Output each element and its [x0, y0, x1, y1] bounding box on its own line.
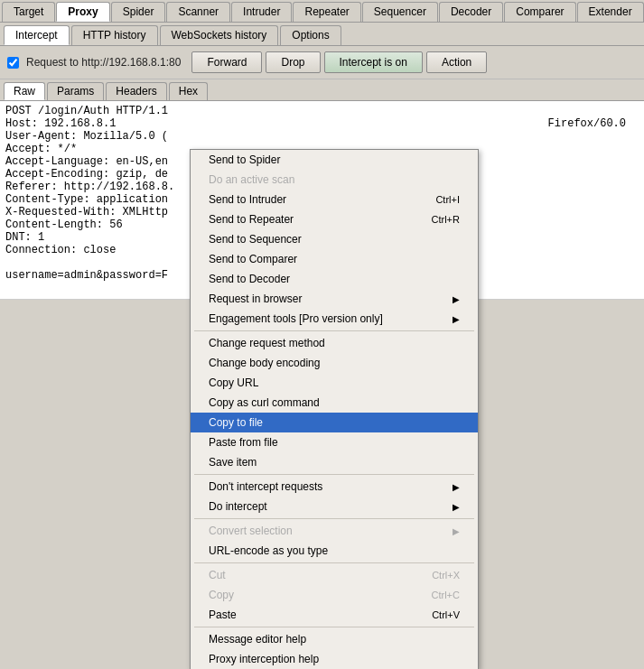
drop-button[interactable]: Drop [266, 51, 320, 73]
context-menu-shortcut: Ctrl+C [432, 590, 460, 600]
context-menu-label: Copy to file [209, 416, 263, 429]
context-menu-item-copy: CopyCtrl+C [191, 585, 478, 605]
tab-comparer[interactable]: Comparer [504, 2, 575, 22]
context-menu-label: Paste from file [209, 436, 278, 449]
submenu-arrow-icon: ▶ [453, 314, 460, 324]
context-menu-label: Change request method [209, 337, 325, 349]
context-menu-label: Request in browser [209, 293, 302, 305]
context-menu-item-copy-curl[interactable]: Copy as curl command [191, 393, 478, 413]
context-menu-label: Cut [209, 569, 226, 581]
context-menu-item-engagement-tools[interactable]: Engagement tools [Pro version only]▶ [191, 309, 478, 329]
context-menu-label: Do an active scan [209, 173, 294, 186]
context-menu-shortcut: Ctrl+R [432, 214, 460, 225]
context-menu-label: Don't intercept requests [209, 480, 322, 493]
context-menu-item-message-editor-help[interactable]: Message editor help [191, 629, 478, 649]
subtab-http-history[interactable]: HTTP history [71, 25, 158, 45]
context-menu-label: Copy as curl command [209, 396, 320, 409]
submenu-arrow-icon: ▶ [453, 482, 460, 492]
content-tab-params[interactable]: Params [47, 82, 104, 100]
tab-target[interactable]: Target [2, 2, 55, 22]
context-menu-label: Send to Intruder [209, 193, 286, 206]
context-menu-item-proxy-interception-help[interactable]: Proxy interception help [191, 649, 478, 669]
context-menu-shortcut: Ctrl+V [432, 609, 460, 620]
context-menu-item-cut: CutCtrl+X [191, 565, 478, 585]
tab-intruder[interactable]: Intruder [231, 2, 292, 22]
tab-scanner[interactable]: Scanner [166, 2, 230, 22]
context-menu-item-change-request-method[interactable]: Change request method [191, 333, 478, 353]
context-menu: Send to SpiderDo an active scanSend to I… [190, 149, 479, 669]
context-menu-label: Send to Repeater [209, 213, 294, 226]
request-label: Request to http://192.168.8.1:80 [26, 56, 181, 69]
context-menu-separator [194, 518, 474, 519]
context-menu-separator [194, 562, 474, 563]
context-menu-label: Send to Spider [209, 153, 280, 166]
context-menu-label: Send to Sequencer [209, 233, 302, 246]
context-menu-label: Send to Comparer [209, 253, 297, 265]
context-menu-label: Message editor help [209, 633, 306, 646]
tab-decoder[interactable]: Decoder [439, 2, 503, 22]
tab-repeater[interactable]: Repeater [293, 2, 360, 22]
context-menu-item-convert-selection: Convert selection▶ [191, 521, 478, 541]
context-menu-shortcut: Ctrl+I [435, 194, 460, 205]
submenu-arrow-icon: ▶ [453, 502, 460, 512]
context-menu-label: Engagement tools [Pro version only] [209, 312, 383, 325]
context-menu-label: Copy URL [209, 376, 258, 389]
context-menu-label: Save item [209, 456, 257, 469]
context-menu-item-copy-url[interactable]: Copy URL [191, 373, 478, 393]
submenu-arrow-icon: ▶ [453, 294, 460, 304]
context-menu-item-send-to-decoder[interactable]: Send to Decoder [191, 269, 478, 289]
menu-bar: Target Proxy Spider Scanner Intruder Rep… [0, 0, 644, 23]
context-menu-label: Change body encoding [209, 357, 320, 369]
tab-proxy[interactable]: Proxy [56, 2, 109, 22]
context-menu-label: Copy [209, 589, 234, 601]
context-menu-item-send-to-spider[interactable]: Send to Spider [191, 150, 478, 170]
action-button[interactable]: Action [426, 51, 487, 73]
context-menu-item-send-to-sequencer[interactable]: Send to Sequencer [191, 229, 478, 249]
content-tab-raw[interactable]: Raw [4, 82, 45, 100]
context-menu-item-send-to-comparer[interactable]: Send to Comparer [191, 249, 478, 269]
context-menu-item-do-active-scan: Do an active scan [191, 170, 478, 190]
context-menu-label: Do intercept [209, 500, 267, 513]
context-menu-separator [194, 330, 474, 331]
context-menu-item-do-intercept[interactable]: Do intercept▶ [191, 497, 478, 516]
context-menu-separator [194, 627, 474, 627]
context-menu-label: URL-encode as you type [209, 544, 328, 557]
context-menu-item-paste[interactable]: PasteCtrl+V [191, 605, 478, 625]
context-menu-item-send-to-intruder[interactable]: Send to IntruderCtrl+I [191, 190, 478, 209]
subtab-intercept[interactable]: Intercept [4, 25, 70, 45]
request-checkbox[interactable] [7, 57, 19, 69]
context-menu-label: Convert selection [209, 525, 293, 537]
context-menu-item-copy-to-file[interactable]: Copy to file [191, 413, 478, 432]
tab-extender[interactable]: Extender [577, 2, 644, 22]
subtab-websockets-history[interactable]: WebSockets history [160, 25, 279, 45]
intercept-button[interactable]: Intercept is on [324, 51, 423, 73]
context-menu-item-request-in-browser[interactable]: Request in browser▶ [191, 289, 478, 309]
forward-button[interactable]: Forward [191, 51, 262, 73]
context-menu-shortcut: Ctrl+X [432, 570, 460, 581]
context-menu-label: Paste [209, 609, 237, 621]
submenu-arrow-icon: ▶ [453, 526, 460, 536]
content-tab-hex[interactable]: Hex [169, 82, 208, 100]
firefox-text: Firefox/60.0 [548, 117, 626, 130]
context-menu-label: Send to Decoder [209, 273, 290, 285]
context-menu-item-paste-from-file[interactable]: Paste from file [191, 432, 478, 452]
context-menu-item-url-encode[interactable]: URL-encode as you type [191, 541, 478, 561]
context-menu-item-change-body-encoding[interactable]: Change body encoding [191, 353, 478, 373]
content-tab-bar: Raw Params Headers Hex [0, 79, 644, 101]
context-menu-item-save-item[interactable]: Save item [191, 452, 478, 472]
content-tab-headers[interactable]: Headers [106, 82, 166, 100]
context-menu-label: Proxy interception help [209, 653, 319, 665]
context-menu-item-send-to-repeater[interactable]: Send to RepeaterCtrl+R [191, 209, 478, 229]
toolbar: Request to http://192.168.8.1:80 Forward… [0, 46, 644, 79]
sub-tab-bar: Intercept HTTP history WebSockets histor… [0, 23, 644, 46]
tab-spider[interactable]: Spider [111, 2, 166, 22]
context-menu-item-dont-intercept-requests[interactable]: Don't intercept requests▶ [191, 477, 478, 497]
subtab-options[interactable]: Options [280, 25, 341, 45]
context-menu-separator [194, 474, 474, 475]
tab-sequencer[interactable]: Sequencer [362, 2, 438, 22]
